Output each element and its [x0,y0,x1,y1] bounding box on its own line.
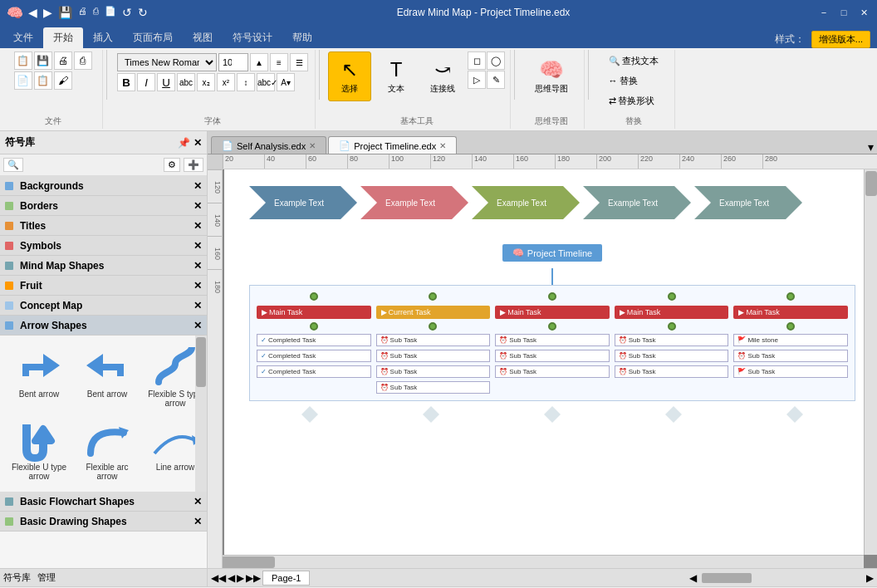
font-name-select[interactable]: Times New Roman [117,53,217,71]
backgrounds-close-icon[interactable]: ✕ [194,180,202,192]
subtask-4-1[interactable]: ⏰Sub Task [615,334,729,346]
minimize-button[interactable]: − [817,6,830,19]
bold-button[interactable]: B [117,73,135,91]
shape-btn-4[interactable]: ✎ [487,71,505,89]
page-nav-next[interactable]: ▶▶ [246,572,261,584]
sidebar-item-symbols[interactable]: Symbols ✕ [0,236,207,256]
shapes-scroll-thumb[interactable] [196,337,206,387]
qa-preview[interactable]: ⎙ [91,6,100,19]
tab-start[interactable]: 开始 [43,27,83,48]
subtask-5-1[interactable]: 🚩Mile stone [733,334,848,346]
replace-shape-button[interactable]: ⇄ 替换形状 [605,91,662,110]
subtask-2-4[interactable]: ⏰Sub Task [376,381,491,394]
subtask-4-2[interactable]: ⏰Sub Task [615,350,729,362]
sidebar-item-flowchart[interactable]: Basic Flowchart Shapes ✕ [0,492,207,512]
sidebar-search-btn[interactable]: 🔍 [3,158,23,172]
select-tool-button[interactable]: ↖ 选择 [328,51,371,101]
fruit-close-icon[interactable]: ✕ [194,280,202,292]
sidebar-close-icon[interactable]: ✕ [194,137,202,149]
subtask-1-2[interactable]: ✓Completed Task [257,350,371,362]
titles-close-icon[interactable]: ✕ [194,220,202,232]
qa-redo2[interactable]: ↻ [136,6,149,19]
tab-project-timeline[interactable]: 📄 Project Timeline.edx ✕ [328,136,457,154]
hscroll-track[interactable] [208,555,864,568]
qa-undo[interactable]: ◀ [27,6,39,19]
tab-help[interactable]: 帮助 [282,27,322,48]
sidebar-item-mindmap-shapes[interactable]: Mind Map Shapes ✕ [0,256,207,276]
italic-button[interactable]: I [137,73,155,91]
qa-undo2[interactable]: ↺ [120,6,134,19]
align-btn[interactable]: ≡ [270,53,288,71]
subtask-3-3[interactable]: ⏰Sub Task [495,365,610,378]
mindmap-shapes-close-icon[interactable]: ✕ [194,260,202,272]
symbols-close-icon[interactable]: ✕ [194,240,202,252]
page-nav-left[interactable]: ◀ [228,572,235,584]
qa-redo[interactable]: ▶ [42,6,54,19]
tab-insert[interactable]: 插入 [83,27,123,48]
shape-bent-arrow-left[interactable]: Bent arrow [75,342,140,412]
qa-save[interactable]: 💾 [56,6,74,19]
strikethrough-button[interactable]: abc [177,73,195,91]
upgrade-button[interactable]: 增强版本... [811,31,870,48]
page-tab-1[interactable]: Page-1 [262,571,310,586]
qa-print[interactable]: 🖨 [76,6,89,19]
task-4[interactable]: ▶Main Task [615,306,729,319]
find-text-button[interactable]: 🔍 查找文本 [605,51,662,70]
tab-symbol-design[interactable]: 符号设计 [223,27,282,48]
sidebar-item-borders[interactable]: Borders ✕ [0,196,207,216]
task-5[interactable]: ▶Main Task [733,306,848,319]
vscroll-thumb[interactable] [865,171,877,196]
borders-close-icon[interactable]: ✕ [194,200,202,212]
subtask-2-3[interactable]: ⏰Sub Task [376,365,491,378]
tab-project-close[interactable]: ✕ [439,141,446,150]
subtask-2-2[interactable]: ⏰Sub Task [376,350,491,362]
hscroll-left[interactable]: ◀ [689,572,697,584]
superscript-button[interactable]: x² [217,73,235,91]
close-button[interactable]: ✕ [857,6,870,19]
sidebar-item-concept-map[interactable]: Concept Map ✕ [0,296,207,316]
subtask-3-1[interactable]: ⏰Sub Task [495,334,610,346]
maximize-button[interactable]: □ [837,6,850,19]
tab-view[interactable]: 视图 [183,27,223,48]
subtask-5-2[interactable]: ⏰Sub Task [733,350,848,362]
shape-btn-2[interactable]: ◯ [487,51,505,70]
sidebar-item-backgrounds[interactable]: Backgrounds ✕ [0,176,207,196]
text-tool-button[interactable]: T 文本 [375,51,418,101]
sidebar-settings-btn[interactable]: ⚙ [164,158,180,172]
shape-bent-arrow-right[interactable]: Bent arrow [7,342,71,412]
sidebar-item-drawing[interactable]: Basic Drawing Shapes ✕ [0,512,207,532]
toolbar-btn-page[interactable]: 📋 [14,51,32,70]
sidebar-manage-tab[interactable]: 管理 [37,571,56,584]
shape-arc-arrow[interactable]: Flexible arc arrow [75,415,140,485]
toolbar-btn-format[interactable]: 🖌 [54,71,72,90]
sidebar-pin-icon[interactable]: 📌 [178,137,190,149]
subscript-button[interactable]: x₂ [197,73,215,91]
arrow-shapes-close-icon[interactable]: ✕ [194,320,202,331]
qa-new[interactable]: 📄 [103,6,118,19]
spell-btn[interactable]: abc✓ [257,73,275,91]
tab-file[interactable]: 文件 [3,27,43,48]
hscroll-bar[interactable] [698,572,865,584]
font-color-btn[interactable]: A▾ [277,73,295,91]
vscroll-track[interactable] [864,169,877,555]
shape-btn-3[interactable]: ▷ [468,71,486,89]
toolbar-btn-preview[interactable]: ⎙ [74,51,92,70]
task-2[interactable]: ▶Current Task [376,306,491,319]
connect-tool-button[interactable]: ⤻ 连接线 [421,51,464,101]
page-nav-prev[interactable]: ◀◀ [211,572,226,584]
sidebar-item-titles[interactable]: Titles ✕ [0,216,207,236]
shape-u-arrow[interactable]: Flexible U type arrow [7,415,71,485]
subtask-4-3[interactable]: ⏰Sub Task [615,365,729,378]
list-btn[interactable]: ☰ [290,53,308,71]
tab-scroll-icon[interactable]: ▾ [868,140,874,154]
drawing-close-icon[interactable]: ✕ [194,516,202,527]
tab-page-layout[interactable]: 页面布局 [123,27,183,48]
underline-button[interactable]: U [157,73,175,91]
concept-map-close-icon[interactable]: ✕ [194,300,202,311]
line-spacing-btn[interactable]: ↕ [237,73,255,91]
toolbar-btn-paste[interactable]: 📋 [34,71,52,90]
replace-button[interactable]: ↔ 替换 [605,71,662,90]
toolbar-btn-save[interactable]: 💾 [34,51,52,70]
subtask-3-2[interactable]: ⏰Sub Task [495,350,610,362]
tab-self-close[interactable]: ✕ [309,141,316,150]
